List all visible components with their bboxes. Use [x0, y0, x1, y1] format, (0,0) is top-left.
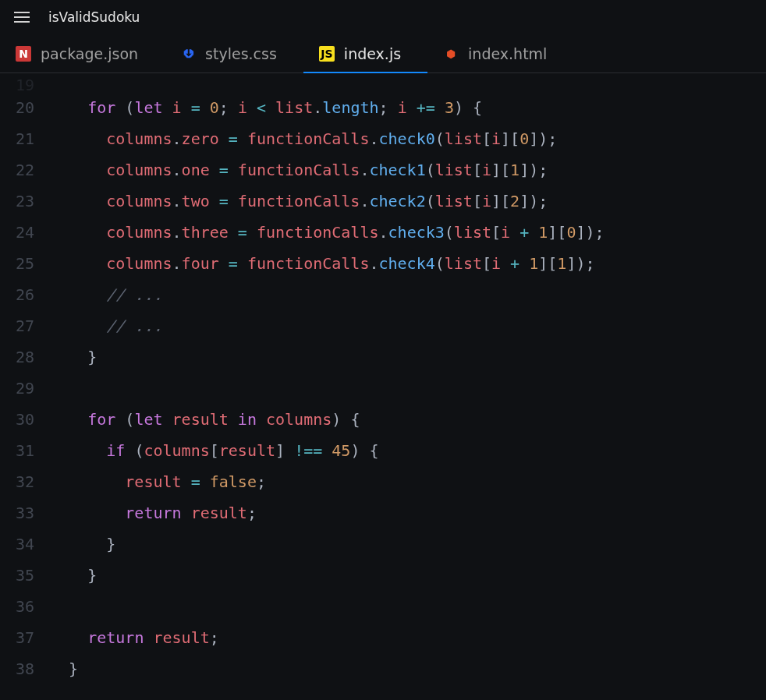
- code-line[interactable]: if (columns[result] !== 45) {: [50, 435, 605, 466]
- line-number: 37: [0, 622, 34, 653]
- line-number: 19: [0, 78, 34, 92]
- code-line[interactable]: }: [50, 341, 605, 373]
- code-line[interactable]: // ...: [50, 310, 605, 341]
- npm-icon: N: [16, 46, 31, 62]
- code-line[interactable]: }: [50, 560, 605, 591]
- css-icon: ⮋: [180, 46, 196, 62]
- line-number: 35: [0, 560, 34, 591]
- code-line[interactable]: // ...: [50, 279, 605, 310]
- line-number: 29: [0, 373, 34, 404]
- line-number: 38: [0, 653, 34, 684]
- code-line[interactable]: [50, 373, 605, 404]
- code-area[interactable]: for (let i = 0; i < list.length; i += 3)…: [50, 78, 605, 684]
- code-line[interactable]: columns.two = functionCalls.check2(list[…: [50, 186, 605, 217]
- code-editor[interactable]: 1920212223242526272829303132333435363738…: [0, 73, 766, 684]
- line-number: 28: [0, 341, 34, 373]
- tab-bar: Npackage.json⮋styles.cssJSindex.js⬢index…: [0, 34, 766, 73]
- header: isValidSudoku: [0, 0, 766, 34]
- tab-label: package.json: [41, 45, 138, 62]
- code-line[interactable]: [50, 591, 605, 622]
- line-number: 26: [0, 279, 34, 310]
- code-line[interactable]: }: [50, 529, 605, 560]
- line-number: 30: [0, 404, 34, 435]
- line-number: 24: [0, 217, 34, 248]
- tab-index-html[interactable]: ⬢index.html: [427, 34, 573, 72]
- tab-label: index.html: [468, 45, 547, 62]
- tab-label: styles.css: [205, 45, 277, 62]
- tab-label: index.js: [344, 45, 401, 62]
- html-icon: ⬢: [443, 46, 459, 62]
- js-icon: JS: [319, 46, 335, 62]
- line-number: 20: [0, 92, 34, 123]
- line-number: 34: [0, 529, 34, 560]
- code-line[interactable]: columns.zero = functionCalls.check0(list…: [50, 123, 605, 154]
- code-line[interactable]: columns.one = functionCalls.check1(list[…: [50, 154, 605, 186]
- line-number: 25: [0, 248, 34, 279]
- code-line[interactable]: result = false;: [50, 466, 605, 497]
- code-line[interactable]: return result;: [50, 622, 605, 653]
- line-number: 21: [0, 123, 34, 154]
- menu-icon[interactable]: [14, 12, 30, 23]
- code-line[interactable]: }: [50, 653, 605, 684]
- tab-index-js[interactable]: JSindex.js: [303, 34, 427, 72]
- line-number: 36: [0, 591, 34, 622]
- line-number: 22: [0, 154, 34, 186]
- code-line[interactable]: [50, 78, 605, 92]
- tab-styles-css[interactable]: ⮋styles.css: [165, 34, 303, 72]
- code-line[interactable]: columns.three = functionCalls.check3(lis…: [50, 217, 605, 248]
- line-number: 31: [0, 435, 34, 466]
- code-line[interactable]: columns.four = functionCalls.check4(list…: [50, 248, 605, 279]
- page-title: isValidSudoku: [48, 9, 140, 25]
- line-number: 27: [0, 310, 34, 341]
- code-line[interactable]: for (let result in columns) {: [50, 404, 605, 435]
- line-number: 32: [0, 466, 34, 497]
- code-line[interactable]: return result;: [50, 497, 605, 529]
- gutter: 1920212223242526272829303132333435363738: [0, 78, 50, 684]
- line-number: 33: [0, 497, 34, 529]
- tab-package-json[interactable]: Npackage.json: [0, 34, 165, 72]
- code-line[interactable]: for (let i = 0; i < list.length; i += 3)…: [50, 92, 605, 123]
- line-number: 23: [0, 186, 34, 217]
